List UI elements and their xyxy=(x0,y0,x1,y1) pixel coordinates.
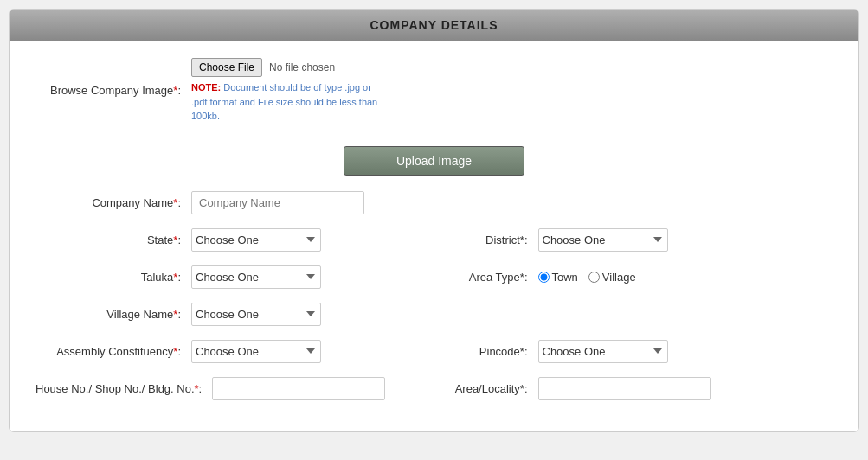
assembly-pincode-row: Assembly Constituency*: Choose One Pinco… xyxy=(35,340,833,363)
town-radio-label[interactable]: Town xyxy=(538,271,578,284)
browse-image-label: Browse Company Image*: xyxy=(35,84,191,97)
village-name-select[interactable]: Choose One xyxy=(191,303,321,326)
pincode-label: Pincode*: xyxy=(434,345,538,358)
choose-file-button[interactable]: Choose File xyxy=(191,58,262,77)
district-label: District*: xyxy=(434,233,538,246)
district-select[interactable]: Choose One xyxy=(538,228,668,252)
taluka-areatype-row: Taluka*: Choose One Area Type*: Town xyxy=(35,265,833,289)
town-radio[interactable] xyxy=(538,272,550,283)
area-locality-input[interactable] xyxy=(538,377,711,400)
file-input-section: Choose File No file chosen NOTE: Documen… xyxy=(191,58,382,124)
note-label: NOTE: xyxy=(191,82,221,93)
file-note: NOTE: Document should be of type .jpg or… xyxy=(191,80,382,124)
assembly-select[interactable]: Choose One xyxy=(191,340,321,363)
company-name-input[interactable] xyxy=(191,191,364,214)
upload-section: Upload Image xyxy=(35,137,833,176)
house-input[interactable] xyxy=(212,377,385,400)
company-name-row: Company Name*: xyxy=(35,191,833,214)
panel-title: COMPANY DETAILS xyxy=(10,10,858,41)
area-locality-label: Area/Locality*: xyxy=(434,382,538,395)
assembly-label: Assembly Constituency*: xyxy=(35,345,191,358)
house-label: House No./ Shop No./ Bldg. No.*: xyxy=(35,382,212,395)
taluka-select[interactable]: Choose One xyxy=(191,265,321,289)
house-area-row: House No./ Shop No./ Bldg. No.*: Area/Lo… xyxy=(35,377,833,400)
no-file-text: No file chosen xyxy=(269,61,335,73)
village-name-row: Village Name*: Choose One xyxy=(35,303,833,326)
company-details-panel: COMPANY DETAILS Browse Company Image*: C… xyxy=(9,9,859,432)
state-select[interactable]: Choose One xyxy=(191,228,321,252)
pincode-select[interactable]: Choose One xyxy=(538,340,668,363)
taluka-label: Taluka*: xyxy=(35,271,191,284)
town-label: Town xyxy=(552,271,578,284)
state-label: State*: xyxy=(35,233,191,246)
village-radio[interactable] xyxy=(588,272,600,283)
company-name-label: Company Name*: xyxy=(35,196,191,209)
village-label: Village xyxy=(602,271,636,284)
area-type-radio-group: Town Village xyxy=(538,271,636,284)
state-district-row: State*: Choose One District*: Choose One xyxy=(35,228,833,252)
village-radio-label[interactable]: Village xyxy=(588,271,636,284)
browse-image-row: Browse Company Image*: Choose File No fi… xyxy=(35,58,833,124)
village-name-label: Village Name*: xyxy=(35,308,191,321)
upload-image-button[interactable]: Upload Image xyxy=(344,146,524,176)
area-type-label: Area Type*: xyxy=(434,271,538,284)
